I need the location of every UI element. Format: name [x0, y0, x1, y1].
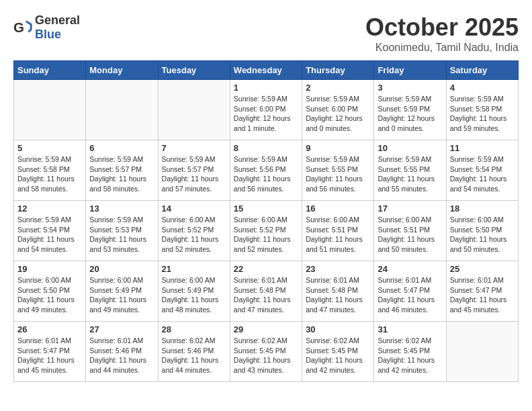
cell-content: Sunrise: 6:00 AMSunset: 5:52 PMDaylight:…	[162, 215, 226, 255]
cell-content: Sunrise: 6:00 AMSunset: 5:50 PMDaylight:…	[450, 215, 515, 255]
calendar-body: 1 Sunrise: 5:59 AMSunset: 6:00 PMDayligh…	[14, 80, 519, 382]
calendar-cell: 10 Sunrise: 5:59 AMSunset: 5:55 PMDaylig…	[374, 140, 446, 201]
calendar-cell: 22 Sunrise: 6:01 AMSunset: 5:48 PMDaylig…	[230, 261, 302, 322]
day-number: 11	[450, 143, 515, 153]
cell-content: Sunrise: 6:00 AMSunset: 5:51 PMDaylight:…	[306, 215, 370, 255]
calendar-week-4: 19 Sunrise: 6:00 AMSunset: 5:50 PMDaylig…	[14, 261, 519, 322]
calendar-cell: 24 Sunrise: 6:01 AMSunset: 5:47 PMDaylig…	[374, 261, 446, 322]
calendar-cell: 20 Sunrise: 6:00 AMSunset: 5:49 PMDaylig…	[86, 261, 158, 322]
day-number: 26	[17, 324, 82, 334]
day-number: 16	[306, 203, 370, 214]
calendar-cell: 23 Sunrise: 6:01 AMSunset: 5:48 PMDaylig…	[302, 261, 374, 322]
cell-content: Sunrise: 5:59 AMSunset: 5:54 PMDaylight:…	[450, 154, 515, 194]
day-number: 9	[306, 143, 370, 153]
page-header: G General Blue October 2025 Koonimedu, T…	[13, 13, 519, 54]
day-number: 14	[162, 203, 226, 214]
calendar-cell: 26 Sunrise: 6:01 AMSunset: 5:47 PMDaylig…	[14, 322, 86, 382]
cell-content: Sunrise: 6:01 AMSunset: 5:48 PMDaylight:…	[234, 275, 298, 315]
day-number: 27	[89, 324, 154, 334]
cell-content: Sunrise: 5:59 AMSunset: 5:58 PMDaylight:…	[450, 94, 515, 134]
calendar-cell: 13 Sunrise: 5:59 AMSunset: 5:53 PMDaylig…	[86, 201, 158, 261]
day-header-friday: Friday	[374, 61, 446, 80]
cell-content: Sunrise: 6:00 AMSunset: 5:49 PMDaylight:…	[89, 275, 154, 315]
logo-icon: G	[13, 18, 32, 37]
day-number: 4	[450, 83, 515, 93]
day-number: 31	[378, 324, 442, 334]
location-title: Koonimedu, Tamil Nadu, India	[365, 42, 519, 54]
day-number: 10	[378, 143, 442, 153]
calendar-cell	[14, 80, 86, 140]
day-number: 8	[234, 143, 298, 153]
day-number: 25	[450, 264, 515, 274]
calendar-week-2: 5 Sunrise: 5:59 AMSunset: 5:58 PMDayligh…	[14, 140, 519, 201]
cell-content: Sunrise: 5:59 AMSunset: 6:00 PMDaylight:…	[306, 94, 370, 134]
cell-content: Sunrise: 6:01 AMSunset: 5:48 PMDaylight:…	[306, 275, 370, 315]
calendar-cell	[446, 322, 518, 382]
cell-content: Sunrise: 6:02 AMSunset: 5:45 PMDaylight:…	[306, 336, 370, 375]
calendar-cell: 14 Sunrise: 6:00 AMSunset: 5:52 PMDaylig…	[158, 201, 230, 261]
calendar-cell: 8 Sunrise: 5:59 AMSunset: 5:56 PMDayligh…	[230, 140, 302, 201]
day-header-saturday: Saturday	[446, 61, 518, 80]
calendar-cell: 1 Sunrise: 5:59 AMSunset: 6:00 PMDayligh…	[230, 80, 302, 140]
cell-content: Sunrise: 6:02 AMSunset: 5:45 PMDaylight:…	[378, 336, 442, 375]
calendar-cell: 21 Sunrise: 6:00 AMSunset: 5:49 PMDaylig…	[158, 261, 230, 322]
cell-content: Sunrise: 5:59 AMSunset: 6:00 PMDaylight:…	[234, 94, 298, 134]
cell-content: Sunrise: 6:01 AMSunset: 5:47 PMDaylight:…	[378, 275, 442, 315]
day-header-thursday: Thursday	[302, 61, 374, 80]
calendar-cell	[158, 80, 230, 140]
day-number: 18	[450, 203, 515, 214]
cell-content: Sunrise: 6:00 AMSunset: 5:50 PMDaylight:…	[17, 275, 82, 315]
calendar-cell: 27 Sunrise: 6:01 AMSunset: 5:46 PMDaylig…	[86, 322, 158, 382]
cell-content: Sunrise: 5:59 AMSunset: 5:57 PMDaylight:…	[89, 154, 154, 194]
calendar-cell: 29 Sunrise: 6:02 AMSunset: 5:45 PMDaylig…	[230, 322, 302, 382]
cell-content: Sunrise: 6:00 AMSunset: 5:52 PMDaylight:…	[234, 215, 298, 255]
logo-general: General	[35, 13, 80, 27]
calendar-cell: 15 Sunrise: 6:00 AMSunset: 5:52 PMDaylig…	[230, 201, 302, 261]
day-header-sunday: Sunday	[14, 61, 86, 80]
calendar-cell: 7 Sunrise: 5:59 AMSunset: 5:57 PMDayligh…	[158, 140, 230, 201]
day-number: 13	[89, 203, 154, 214]
calendar-cell: 18 Sunrise: 6:00 AMSunset: 5:50 PMDaylig…	[446, 201, 518, 261]
day-number: 21	[162, 264, 226, 274]
month-title: October 2025	[365, 13, 519, 42]
calendar-cell: 28 Sunrise: 6:02 AMSunset: 5:46 PMDaylig…	[158, 322, 230, 382]
day-number: 15	[234, 203, 298, 214]
day-header-monday: Monday	[86, 61, 158, 80]
calendar-week-3: 12 Sunrise: 5:59 AMSunset: 5:54 PMDaylig…	[14, 201, 519, 261]
calendar-cell: 30 Sunrise: 6:02 AMSunset: 5:45 PMDaylig…	[302, 322, 374, 382]
day-number: 6	[89, 143, 154, 153]
cell-content: Sunrise: 5:59 AMSunset: 5:59 PMDaylight:…	[378, 94, 442, 134]
day-header-tuesday: Tuesday	[158, 61, 230, 80]
day-number: 3	[378, 83, 442, 93]
cell-content: Sunrise: 5:59 AMSunset: 5:54 PMDaylight:…	[17, 215, 82, 255]
calendar-header-row: SundayMondayTuesdayWednesdayThursdayFrid…	[14, 61, 519, 80]
cell-content: Sunrise: 6:01 AMSunset: 5:47 PMDaylight:…	[450, 275, 515, 315]
day-number: 12	[17, 203, 82, 214]
logo-blue: Blue	[35, 28, 61, 41]
cell-content: Sunrise: 5:59 AMSunset: 5:53 PMDaylight:…	[89, 215, 154, 255]
day-number: 17	[378, 203, 442, 214]
calendar-cell: 31 Sunrise: 6:02 AMSunset: 5:45 PMDaylig…	[374, 322, 446, 382]
cell-content: Sunrise: 6:02 AMSunset: 5:45 PMDaylight:…	[234, 336, 298, 375]
calendar-cell: 17 Sunrise: 6:00 AMSunset: 5:51 PMDaylig…	[374, 201, 446, 261]
calendar-cell: 4 Sunrise: 5:59 AMSunset: 5:58 PMDayligh…	[446, 80, 518, 140]
calendar-cell: 2 Sunrise: 5:59 AMSunset: 6:00 PMDayligh…	[302, 80, 374, 140]
cell-content: Sunrise: 5:59 AMSunset: 5:57 PMDaylight:…	[162, 154, 226, 194]
day-number: 1	[234, 83, 298, 93]
logo: G General Blue	[13, 13, 80, 42]
calendar-cell: 3 Sunrise: 5:59 AMSunset: 5:59 PMDayligh…	[374, 80, 446, 140]
day-number: 23	[306, 264, 370, 274]
calendar-cell: 11 Sunrise: 5:59 AMSunset: 5:54 PMDaylig…	[446, 140, 518, 201]
calendar-week-1: 1 Sunrise: 5:59 AMSunset: 6:00 PMDayligh…	[14, 80, 519, 140]
calendar-cell: 16 Sunrise: 6:00 AMSunset: 5:51 PMDaylig…	[302, 201, 374, 261]
cell-content: Sunrise: 6:01 AMSunset: 5:47 PMDaylight:…	[17, 336, 82, 375]
day-number: 7	[162, 143, 226, 153]
calendar-table: SundayMondayTuesdayWednesdayThursdayFrid…	[13, 60, 519, 382]
calendar-cell: 19 Sunrise: 6:00 AMSunset: 5:50 PMDaylig…	[14, 261, 86, 322]
calendar-cell	[86, 80, 158, 140]
cell-content: Sunrise: 5:59 AMSunset: 5:58 PMDaylight:…	[17, 154, 82, 194]
day-number: 29	[234, 324, 298, 334]
cell-content: Sunrise: 5:59 AMSunset: 5:56 PMDaylight:…	[234, 154, 298, 194]
cell-content: Sunrise: 6:00 AMSunset: 5:51 PMDaylight:…	[378, 215, 442, 255]
day-number: 20	[89, 264, 154, 274]
